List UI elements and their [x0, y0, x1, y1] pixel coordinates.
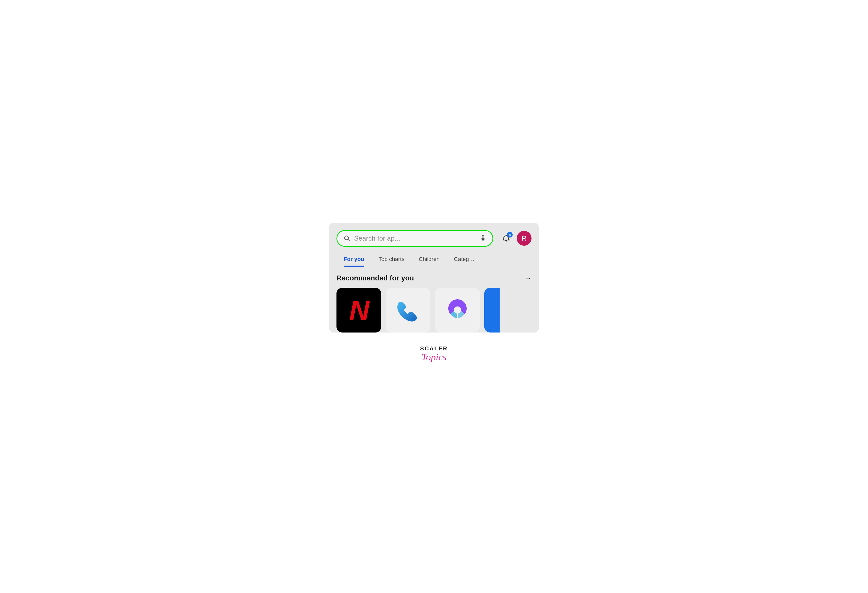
tab-children[interactable]: Children — [412, 252, 447, 267]
tab-categories[interactable]: Categ… — [447, 252, 482, 267]
watermark: SCALER Topics — [420, 345, 448, 363]
section-arrow-button[interactable]: → — [524, 274, 531, 282]
header: Search for ap... 4 R — [329, 223, 539, 247]
search-icon — [343, 235, 350, 242]
notification-badge: 4 — [507, 232, 513, 238]
notification-button[interactable]: 4 — [499, 231, 513, 245]
app-icon-phone[interactable] — [386, 288, 430, 333]
section-title: Recommended for you — [337, 274, 414, 282]
tab-for-you[interactable]: For you — [337, 252, 372, 267]
main-content: Recommended for you → N — [329, 267, 539, 333]
netflix-logo-n: N — [349, 294, 368, 326]
section-header: Recommended for you → — [337, 274, 531, 282]
svg-point-5 — [454, 306, 461, 314]
tabs-container: For you Top charts Children Categ… — [329, 247, 539, 267]
header-actions: 4 R — [499, 231, 531, 245]
avatar[interactable]: R — [517, 231, 531, 245]
app-icon-partial — [484, 288, 500, 333]
apps-row: N — [337, 288, 531, 333]
tab-top-charts[interactable]: Top charts — [372, 252, 412, 267]
search-bar[interactable]: Search for ap... — [337, 230, 493, 247]
watermark-brand-bottom: Topics — [422, 352, 446, 363]
search-placeholder-text: Search for ap... — [354, 234, 476, 243]
phone-screenshot: Search for ap... 4 R For you Top charts — [329, 223, 539, 333]
microphone-icon[interactable] — [480, 235, 486, 242]
microsoft-365-logo — [445, 297, 470, 323]
phone-app-icon — [396, 297, 421, 323]
svg-rect-2 — [482, 235, 484, 238]
app-icon-microsoft[interactable] — [435, 288, 480, 333]
app-icon-netflix[interactable]: N — [337, 288, 381, 333]
svg-line-1 — [348, 239, 350, 241]
watermark-brand-top: SCALER — [420, 345, 448, 352]
